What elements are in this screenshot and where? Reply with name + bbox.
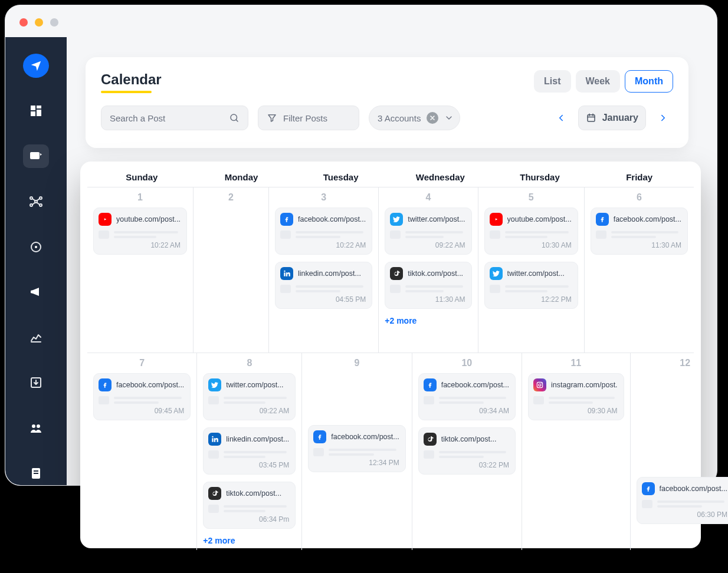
next-month[interactable] <box>653 108 673 128</box>
svg-point-13 <box>32 424 35 428</box>
day-cell[interactable]: 4 twitter.com/post... 09:22 AM tiktok.co… <box>379 187 478 353</box>
post-preview <box>313 448 399 456</box>
nav-analytics[interactable] <box>23 325 49 350</box>
nav-network[interactable] <box>23 189 49 213</box>
nav-download[interactable] <box>23 371 49 395</box>
day-cell[interactable]: 2 <box>194 187 269 353</box>
post-card[interactable]: linkedin.com/post... 03:45 PM <box>203 427 296 475</box>
svg-rect-2 <box>37 110 41 116</box>
nav-target[interactable] <box>23 235 49 259</box>
post-preview <box>490 230 572 239</box>
post-url: facebook.com/post... <box>298 215 366 223</box>
day-cell[interactable]: 12 facebook.com/post... 06:30 PM <box>631 353 728 550</box>
tab-list[interactable]: List <box>534 70 570 93</box>
filter-icon <box>267 113 277 123</box>
close-icon[interactable] <box>19 18 28 27</box>
post-time: 09:45 AM <box>99 407 184 415</box>
post-card[interactable]: youtube.com/post... 10:22 AM <box>93 208 187 255</box>
li-icon <box>280 267 293 280</box>
nav-team[interactable] <box>23 416 49 440</box>
post-card[interactable]: youtube.com/post... 10:30 AM <box>484 208 578 255</box>
post-url: facebook.com/post... <box>116 381 184 389</box>
tab-week[interactable]: Week <box>576 70 621 93</box>
post-url: tiktok.com/post... <box>226 489 281 498</box>
day-cell[interactable]: 3 facebook.com/post... 10:22 AM linkedin… <box>269 187 379 353</box>
post-card[interactable]: facebook.com/post... 12:34 PM <box>308 425 405 472</box>
clear-accounts-icon[interactable] <box>427 112 438 124</box>
post-time: 10:22 AM <box>99 241 181 249</box>
post-card[interactable]: twitter.com/post... 12:22 PM <box>484 262 578 309</box>
post-url: facebook.com/post... <box>441 381 509 389</box>
svg-point-26 <box>541 383 542 383</box>
day-cell[interactable]: 1 youtube.com/post... 10:22 AM <box>87 187 194 353</box>
accounts-selector[interactable]: 3 Accounts <box>369 106 460 130</box>
date-number: 2 <box>199 192 263 203</box>
post-card[interactable]: facebook.com/post... 06:30 PM <box>637 477 728 524</box>
post-url: facebook.com/post... <box>331 433 399 441</box>
month-nav: January <box>551 106 673 130</box>
post-card[interactable]: tiktok.com/post... 11:30 AM <box>385 262 471 309</box>
post-url: facebook.com/post... <box>614 215 681 223</box>
post-time: 11:30 AM <box>596 241 681 249</box>
post-time: 09:30 AM <box>533 407 618 415</box>
sidebar <box>5 37 67 485</box>
nav-docs[interactable] <box>23 461 49 485</box>
week-row-2: 7 facebook.com/post... 09:45 AM 8 twitte… <box>87 353 694 550</box>
day-cell[interactable]: 7 facebook.com/post... 09:45 AM <box>87 353 197 550</box>
nav-compose[interactable] <box>23 144 49 169</box>
post-url: instagram.com/post. <box>551 381 618 389</box>
maximize-icon[interactable] <box>50 18 58 27</box>
app-logo[interactable] <box>23 54 49 78</box>
tw-icon <box>490 267 503 280</box>
calendar-icon <box>586 113 596 123</box>
date-number: 7 <box>93 358 191 368</box>
nav-megaphone[interactable] <box>23 280 49 304</box>
search-input[interactable]: Search a Post <box>101 106 248 130</box>
post-url: linkedin.com/post... <box>298 269 361 278</box>
window-controls <box>19 18 58 27</box>
post-card[interactable]: tiktok.com/post... 03:22 PM <box>418 427 516 475</box>
post-card[interactable]: twitter.com/post... 09:22 AM <box>203 373 296 420</box>
fb-icon <box>280 213 293 226</box>
post-card[interactable]: facebook.com/post... 09:34 AM <box>418 373 516 420</box>
more-posts-link[interactable]: +2 more <box>385 316 471 325</box>
day-cell[interactable]: 11 instagram.com/post. 09:30 AM <box>522 353 631 550</box>
post-preview <box>596 230 681 239</box>
day-cell[interactable]: 10 facebook.com/post... 09:34 AM tiktok.… <box>412 353 522 550</box>
day-cell[interactable]: 5 youtube.com/post... 10:30 AM twitter.c… <box>478 187 585 353</box>
minimize-icon[interactable] <box>35 18 43 27</box>
week-row-1: 1 youtube.com/post... 10:22 AM 23 facebo… <box>87 187 694 353</box>
svg-rect-20 <box>284 272 285 276</box>
post-preview <box>424 396 509 404</box>
svg-rect-1 <box>37 106 41 108</box>
post-card[interactable]: instagram.com/post. 09:30 AM <box>528 373 624 420</box>
ig-icon <box>533 378 546 391</box>
post-url: tiktok.com/post... <box>408 269 463 278</box>
post-card[interactable]: facebook.com/post... 11:30 AM <box>591 208 688 255</box>
post-preview <box>642 500 727 508</box>
post-card[interactable]: tiktok.com/post... 06:34 Pm <box>203 482 296 529</box>
post-card[interactable]: facebook.com/post... 10:22 AM <box>275 208 372 255</box>
post-time: 03:45 PM <box>208 461 289 469</box>
date-number: 4 <box>385 192 471 203</box>
day-cell[interactable]: 9 facebook.com/post... 12:34 PM <box>302 353 412 550</box>
search-placeholder-text: Search a Post <box>110 113 165 123</box>
accounts-label: 3 Accounts <box>378 113 421 123</box>
day-cell[interactable]: 6 facebook.com/post... 11:30 AM <box>585 187 694 353</box>
svg-point-11 <box>35 246 37 248</box>
date-number: 12 <box>637 358 728 368</box>
date-number: 9 <box>308 358 405 368</box>
post-card[interactable]: linkedin.com/post... 04:55 PM <box>275 262 372 309</box>
post-card[interactable]: facebook.com/post... 09:45 AM <box>93 373 191 420</box>
nav-dashboard[interactable] <box>23 99 49 123</box>
prev-month[interactable] <box>551 108 571 128</box>
month-selector[interactable]: January <box>578 106 646 130</box>
post-url: tiktok.com/post... <box>441 435 497 443</box>
day-cell[interactable]: 8 twitter.com/post... 09:22 AM linkedin.… <box>197 353 302 550</box>
tab-month[interactable]: Month <box>625 70 673 93</box>
filter-posts[interactable]: Filter Posts <box>258 106 359 130</box>
chevron-down-icon <box>444 113 454 123</box>
post-card[interactable]: twitter.com/post... 09:22 AM <box>385 208 471 255</box>
more-posts-link[interactable]: +2 more <box>203 536 296 545</box>
post-preview <box>424 450 509 459</box>
